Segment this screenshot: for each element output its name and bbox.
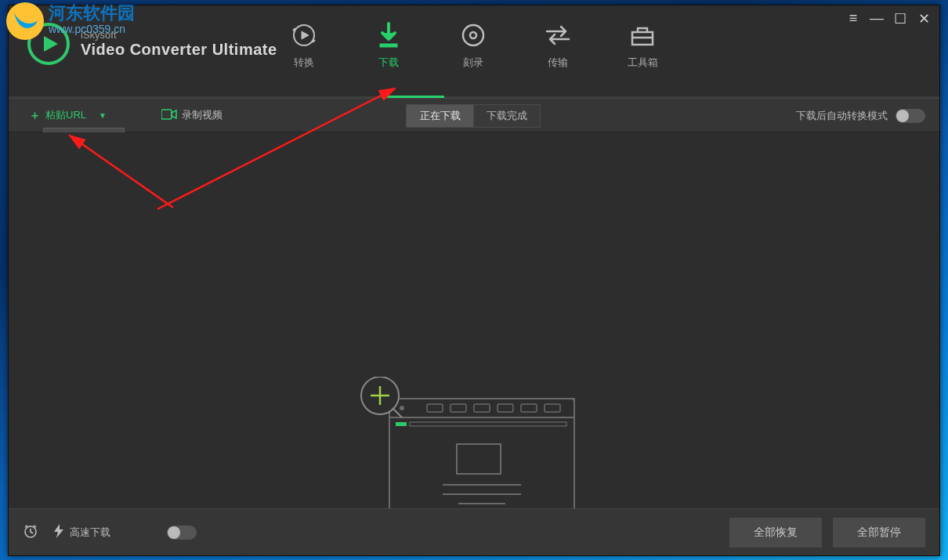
minimize-icon[interactable]: — bbox=[869, 10, 885, 27]
high-speed: 高速下载 bbox=[54, 524, 110, 540]
nav-burn[interactable]: 刻录 bbox=[450, 20, 496, 70]
nav-transfer[interactable]: 传输 bbox=[535, 20, 581, 70]
tab-downloading[interactable]: 正在下载 bbox=[406, 104, 473, 128]
nav-toolbox-label: 工具箱 bbox=[620, 56, 665, 70]
menu-icon[interactable]: ≡ bbox=[845, 10, 861, 27]
status-tabs: 正在下载 下载完成 bbox=[406, 104, 541, 128]
pause-all-button[interactable]: 全部暂停 bbox=[833, 518, 925, 547]
svg-rect-13 bbox=[450, 404, 466, 412]
brand-small: iSkysoft bbox=[81, 29, 277, 41]
svg-rect-8 bbox=[161, 110, 172, 119]
window-controls: ≡ — ☐ ✕ bbox=[845, 10, 932, 27]
app-logo-icon bbox=[27, 23, 70, 65]
bottom-bar: 高速下载 全部恢复 全部暂停 bbox=[9, 508, 939, 555]
nav-transfer-label: 传输 bbox=[535, 56, 581, 70]
record-video-button[interactable]: 录制视频 bbox=[161, 108, 223, 122]
titlebar: iSkysoft Video Converter Ultimate 转换 下载 bbox=[9, 5, 939, 85]
svg-marker-1 bbox=[44, 36, 58, 52]
chevron-down-icon[interactable]: ▼ bbox=[99, 111, 107, 120]
toolbox-icon bbox=[620, 20, 665, 51]
nav-convert[interactable]: 转换 bbox=[281, 20, 327, 70]
svg-point-6 bbox=[470, 32, 476, 38]
maximize-icon[interactable]: ☐ bbox=[892, 10, 908, 27]
auto-convert: 下载后自动转换模式 bbox=[796, 99, 925, 133]
svg-rect-12 bbox=[427, 404, 443, 412]
close-icon[interactable]: ✕ bbox=[916, 10, 932, 27]
svg-rect-14 bbox=[474, 404, 490, 412]
svg-rect-20 bbox=[457, 444, 501, 474]
high-speed-toggle[interactable] bbox=[167, 526, 197, 540]
bolt-icon bbox=[54, 524, 63, 540]
svg-rect-15 bbox=[498, 404, 513, 412]
nav-convert-label: 转换 bbox=[281, 56, 327, 70]
paste-url-label: 粘贴URL bbox=[45, 108, 86, 122]
nav-download-label: 下载 bbox=[366, 56, 411, 70]
svg-rect-16 bbox=[521, 404, 537, 412]
camera-icon bbox=[161, 109, 177, 122]
main-nav: 转换 下载 刻录 传输 bbox=[281, 20, 665, 70]
burn-icon bbox=[450, 20, 496, 51]
app-window: iSkysoft Video Converter Ultimate 转换 下载 bbox=[8, 5, 940, 556]
svg-rect-4 bbox=[380, 44, 397, 47]
brand: iSkysoft Video Converter Ultimate bbox=[9, 5, 277, 65]
svg-marker-3 bbox=[302, 31, 309, 39]
plus-icon: ＋ bbox=[29, 108, 41, 123]
toolbar: ＋ 粘贴URL ▼ 录制视频 正在下载 下载完成 下载后自动转换模式 bbox=[9, 98, 939, 132]
svg-rect-17 bbox=[545, 404, 560, 412]
svg-rect-10 bbox=[389, 399, 574, 417]
convert-icon bbox=[281, 20, 327, 51]
record-video-label: 录制视频 bbox=[182, 108, 223, 122]
transfer-icon bbox=[535, 20, 581, 51]
nav-burn-label: 刻录 bbox=[450, 56, 496, 70]
resume-all-button[interactable]: 全部恢复 bbox=[729, 518, 822, 547]
clock-icon[interactable] bbox=[23, 523, 38, 541]
svg-point-11 bbox=[400, 406, 404, 410]
download-icon bbox=[366, 20, 411, 51]
tab-done[interactable]: 下载完成 bbox=[473, 104, 541, 128]
nav-toolbox[interactable]: 工具箱 bbox=[620, 20, 665, 70]
auto-convert-toggle[interactable] bbox=[896, 109, 925, 123]
high-speed-label: 高速下载 bbox=[70, 526, 110, 540]
auto-convert-label: 下载后自动转换模式 bbox=[796, 109, 888, 123]
paste-url-button[interactable]: ＋ 粘贴URL ▼ bbox=[29, 108, 107, 123]
svg-point-5 bbox=[463, 25, 483, 45]
svg-rect-19 bbox=[410, 422, 566, 426]
content-area bbox=[9, 132, 939, 508]
svg-rect-18 bbox=[396, 422, 407, 426]
nav-download[interactable]: 下载 bbox=[366, 20, 411, 70]
brand-big: Video Converter Ultimate bbox=[81, 41, 277, 59]
